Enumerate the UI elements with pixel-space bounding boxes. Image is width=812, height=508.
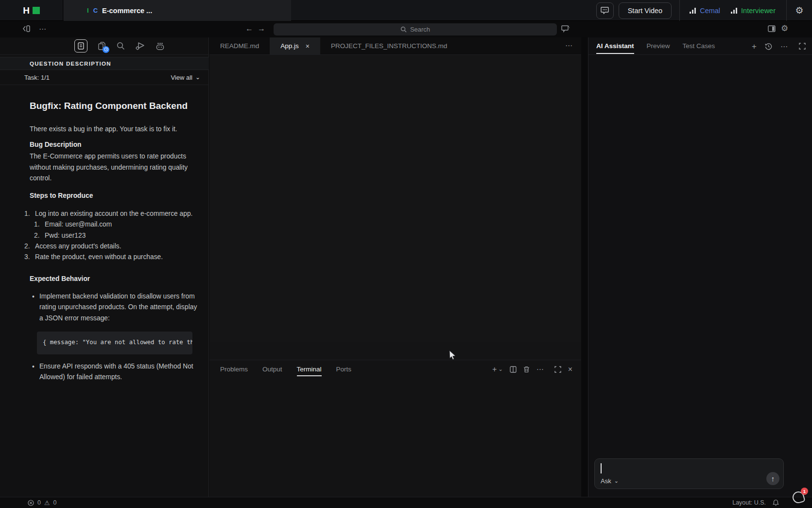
terminal-actions: + ⌄ ⋯ ×: [492, 360, 572, 378]
bullet-icon: •: [32, 291, 35, 324]
tab-ai-assistant[interactable]: AI Assistant: [596, 38, 634, 54]
start-video-button[interactable]: Start Video: [619, 2, 672, 19]
screen-share-icon[interactable]: [561, 25, 570, 33]
topbar-right-cluster: Start Video Cemal Interviewer ⚙: [596, 0, 812, 21]
gear-icon[interactable]: ⚙: [781, 24, 788, 33]
nav-back-icon[interactable]: ←: [245, 25, 253, 33]
trash-icon[interactable]: [523, 366, 530, 373]
question-description-icon[interactable]: [74, 39, 87, 53]
app-window: H I C E-commerce ... Start Video Cemal: [0, 0, 812, 508]
error-count: 0: [37, 499, 41, 506]
notifications-bell-icon[interactable]: [773, 499, 779, 506]
send-button[interactable]: ↑: [766, 472, 779, 485]
more-options-icon[interactable]: ⋯: [39, 25, 46, 33]
editor-content[interactable]: [209, 55, 581, 342]
editor-tab-readme[interactable]: README.md: [209, 37, 270, 54]
interview-badge-icon: I: [87, 7, 89, 14]
bullet-icon: •: [32, 361, 35, 383]
tab-problems[interactable]: Problems: [220, 361, 248, 377]
step-item: 3. Rate the product, even without a purc…: [24, 252, 197, 263]
new-chat-icon[interactable]: +: [752, 42, 757, 51]
step-item: 2. Access any product's details.: [24, 241, 197, 252]
clock-badge-icon: [103, 46, 109, 53]
secondary-toolbar: ⋯ ← → Search ⚙: [0, 21, 812, 37]
settings-button[interactable]: ⚙: [787, 6, 812, 15]
chevron-down-icon: ⌄: [614, 478, 619, 484]
warning-count: 0: [53, 499, 57, 506]
tab-test-cases[interactable]: Test Cases: [683, 38, 715, 54]
run-debug-icon[interactable]: [136, 42, 145, 50]
step-text: Email: user@mail.com: [45, 219, 112, 230]
error-message-code-block: { message: "You are not allowed to rate …: [37, 332, 192, 354]
tab-label: README.md: [220, 42, 259, 50]
ai-bot-icon[interactable]: [155, 42, 165, 50]
view-all-dropdown[interactable]: View all ⌄: [171, 74, 200, 81]
editor-more-actions-icon[interactable]: ⋯: [565, 41, 572, 50]
task-label: Task: 1/1: [24, 74, 50, 81]
history-icon[interactable]: [765, 43, 772, 50]
chevron-down-icon: ⌄: [195, 74, 200, 80]
participant-name: Cemal: [700, 7, 720, 15]
text-caret: |: [601, 463, 602, 473]
keyboard-layout-label[interactable]: Layout: U.S.: [732, 499, 766, 506]
participant-cemal[interactable]: Cemal: [690, 7, 720, 15]
search-files-icon[interactable]: [117, 42, 125, 50]
send-arrow-icon: ↑: [771, 474, 775, 483]
bullet-text: Ensure API responds with a 405 status (M…: [39, 361, 197, 383]
logo-letter: H: [23, 5, 30, 16]
file-history-icon[interactable]: [98, 42, 106, 51]
question-panel: QUESTION DESCRIPTION Task: 1/1 View all …: [0, 37, 209, 497]
step-marker: 2.: [34, 230, 42, 241]
chevron-down-icon: ⌄: [498, 367, 502, 372]
chat-button[interactable]: [596, 2, 614, 19]
help-widget-button[interactable]: 1: [792, 488, 808, 504]
step-item: 1. Log into an existing account on the e…: [24, 209, 197, 219]
assistant-more-icon[interactable]: ⋯: [780, 43, 788, 50]
hackerrank-logo[interactable]: H: [0, 0, 63, 21]
editor-tab-appjs[interactable]: App.js ×: [270, 37, 320, 54]
assistant-tab-bar: AI Assistant Preview Test Cases + ⋯: [588, 37, 812, 55]
editor-tab-bar: README.md App.js × PROJECT_FILES_INSTRUC…: [209, 37, 581, 55]
search-input[interactable]: Search: [274, 23, 557, 35]
terminal-content[interactable]: [209, 378, 581, 497]
split-terminal-icon[interactable]: [510, 366, 517, 373]
tab-ports[interactable]: Ports: [336, 361, 352, 377]
task-selector-row: Task: 1/1 View all ⌄: [0, 70, 209, 85]
collapse-sidebar-icon[interactable]: [22, 25, 31, 33]
question-description-header: QUESTION DESCRIPTION: [0, 57, 209, 70]
bug-description-heading: Bug Description: [30, 140, 197, 150]
expected-bullet: • Implement backend validation to disall…: [32, 291, 197, 324]
problems-summary[interactable]: 0 ⚠ 0: [28, 499, 57, 506]
editor-tab-project-files[interactable]: PROJECT_FILES_INSTRUCTIONS.md: [320, 37, 458, 54]
terminal-more-icon[interactable]: ⋯: [536, 366, 544, 373]
tab-preview[interactable]: Preview: [647, 38, 670, 54]
toggle-panel-layout-icon[interactable]: [768, 25, 776, 32]
ask-mode-dropdown[interactable]: Ask ⌄: [601, 477, 619, 485]
topbar-divider: [679, 0, 680, 21]
interview-tab-title: E-commerce ...: [102, 7, 152, 15]
tab-terminal[interactable]: Terminal: [297, 361, 322, 377]
ask-ai-input[interactable]: | Ask ⌄ ↑: [594, 458, 784, 489]
warning-icon: ⚠: [44, 500, 50, 506]
status-bar: 0 ⚠ 0 Layout: U.S.: [0, 497, 812, 508]
step-marker: 1.: [24, 209, 32, 219]
search-icon: [400, 26, 407, 33]
participant-interviewer[interactable]: Interviewer: [731, 7, 776, 15]
nav-forward-icon[interactable]: →: [258, 25, 265, 33]
ask-mode-label: Ask: [601, 477, 611, 485]
assistant-panel: AI Assistant Preview Test Cases + ⋯ | As…: [588, 37, 812, 497]
expand-panel-icon[interactable]: [799, 43, 806, 50]
bottom-panel-tab-bar: Problems Output Terminal Ports + ⌄ ⋯ ×: [209, 360, 581, 378]
tab-output[interactable]: Output: [262, 361, 282, 377]
close-icon[interactable]: ×: [306, 42, 310, 50]
mouse-cursor: [449, 350, 457, 361]
new-terminal-button[interactable]: + ⌄: [492, 366, 503, 373]
close-panel-icon[interactable]: ×: [568, 366, 572, 373]
top-bar: H I C E-commerce ... Start Video Cemal: [0, 0, 812, 21]
tab-label: App.js: [280, 42, 299, 50]
intro-paragraph: There exists a bug in the app. Your task…: [30, 124, 197, 135]
step-text: Pwd: user123: [45, 230, 86, 241]
maximize-panel-icon[interactable]: [554, 366, 561, 373]
interview-tab[interactable]: I C E-commerce ...: [64, 0, 291, 21]
question-title: Bugfix: Rating Component Backend: [30, 99, 197, 114]
